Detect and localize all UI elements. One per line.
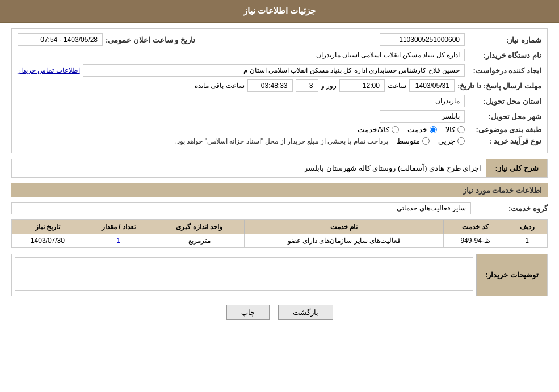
- radio-motavaset-item: متوسط: [397, 137, 430, 145]
- radio-kala[interactable]: [457, 126, 465, 133]
- radio-kala-item: کالا: [445, 125, 465, 134]
- mohlat-label: مهلت ارسال پاسخ: تا تاریخ:: [457, 82, 541, 90]
- col-vahed: واحد اندازه گیری: [154, 220, 245, 234]
- page-wrapper: جزئیات اطلاعات نیاز شماره نیاز: 11030052…: [0, 0, 559, 392]
- col-tedad: تعداد / مقدار: [83, 220, 154, 234]
- cell-tedad: 1: [83, 234, 154, 247]
- col-kod: کد خدمت: [443, 220, 507, 234]
- main-info-section: شماره نیاز: 1103005251000600 تاریخ و ساع…: [11, 28, 548, 153]
- sharh-label: شرح کلی نیاز:: [495, 164, 539, 172]
- tabaghebandi-row: طبقه بندی موضوعی: کالا خدمت کالا/خدمت: [18, 125, 541, 134]
- ostan-row: استان محل تحویل: مازندران: [18, 95, 541, 107]
- radio-khedmat-item: خدمت: [407, 125, 437, 134]
- button-row: بازگشت چاپ: [11, 305, 548, 328]
- mohlat-roz: 3: [296, 79, 318, 92]
- mohlat-time-label: ساعت: [388, 82, 406, 90]
- noefaaryand-row: نوع فرآیند خرید : جزیی متوسط پرداخت تمام…: [18, 137, 541, 145]
- sharh-content: اجرای طرح هادی (آسفالت) روستای کاله شهرس…: [12, 159, 486, 177]
- radio-jozei-label: جزیی: [438, 137, 455, 145]
- noefarayand-label: نوع فرآیند خرید :: [468, 137, 541, 145]
- tarikh-value: 1403/05/28 - 07:54: [18, 33, 103, 46]
- grooh-value: سایر فعالیت‌های خدماتی: [11, 202, 471, 214]
- ettelaat-link[interactable]: اطلاعات تماس خریدار: [18, 66, 80, 74]
- noefarayand-note: پرداخت تمام یا بخشی از مبلغ خریدار از مح…: [175, 137, 388, 145]
- tarikh-label: تاریخ و ساعت اعلان عمومی:: [106, 36, 195, 44]
- cell-nam: فعالیت‌های سایر سازمان‌های دارای عضو: [245, 234, 443, 247]
- ostan-value: مازندران: [380, 95, 465, 107]
- services-table-section: ردیف کد خدمت نام خدمت واحد اندازه گیری ت…: [11, 219, 548, 248]
- tabaghebandi-radio-group: کالا خدمت کالا/خدمت: [358, 125, 465, 134]
- namdastgah-value: اداره کل بنیاد مسکن انقلاب اسلامی استان …: [18, 49, 465, 61]
- services-table: ردیف کد خدمت نام خدمت واحد اندازه گیری ت…: [12, 220, 547, 247]
- sharh-row: شرح کلی نیاز: اجرای طرح هادی (آسفالت) رو…: [12, 159, 547, 177]
- cell-radif: 1: [507, 234, 547, 247]
- radio-khedmat[interactable]: [430, 126, 437, 133]
- main-info-content: شماره نیاز: 1103005251000600 تاریخ و ساع…: [12, 29, 547, 153]
- tozihat-label: توضیحات خریدار:: [485, 271, 539, 279]
- page-title: جزئیات اطلاعات نیاز: [243, 6, 316, 15]
- radio-kala-khedmat[interactable]: [392, 126, 399, 133]
- cell-vahed: مترمربع: [154, 234, 245, 247]
- mohlat-date: 1403/05/31: [409, 79, 455, 92]
- khedmat-section-title: اطلاعات خدمات مورد نیاز: [11, 183, 548, 197]
- radio-kala-khedmat-label: کالا/خدمت: [358, 125, 389, 134]
- namdastgah-row: نام دستگاه خریدار: اداره کل بنیاد مسکن ا…: [18, 49, 541, 61]
- radio-kala-label: کالا: [445, 125, 455, 134]
- tabaghebandi-label: طبقه بندی موضوعی:: [468, 125, 541, 134]
- namdastgah-label: نام دستگاه خریدار:: [468, 51, 541, 60]
- tozihat-content: [12, 254, 476, 296]
- mohlat-row: مهلت ارسال پاسخ: تا تاریخ: 1403/05/31 سا…: [18, 79, 541, 92]
- shomare-niaz-row: شماره نیاز: 1103005251000600 تاریخ و ساع…: [18, 33, 541, 46]
- ostan-label: استان محل تحویل:: [468, 97, 541, 106]
- radio-jozei[interactable]: [457, 137, 465, 145]
- shomare-niaz-label: شماره نیاز:: [468, 36, 541, 44]
- content-area: شماره نیاز: 1103005251000600 تاریخ و ساع…: [0, 23, 559, 340]
- mohlat-baghimande: 03:48:33: [247, 79, 293, 92]
- col-tarikh: تاریخ نیاز: [12, 220, 83, 234]
- radio-kala-khedmat-item: کالا/خدمت: [358, 125, 399, 134]
- print-button[interactable]: چاپ: [226, 305, 270, 320]
- shahr-label: شهر محل تحویل:: [468, 112, 541, 121]
- mohlat-baghimande-label: ساعت باقی مانده: [195, 82, 245, 90]
- radio-motavaset-label: متوسط: [397, 137, 420, 145]
- table-row: 1 ظ-94-949 فعالیت‌های سایر سازمان‌های دا…: [12, 234, 547, 247]
- mohlat-roz-label: روز و: [321, 82, 337, 90]
- col-radif: ردیف: [507, 220, 547, 234]
- tozihat-section: توضیحات خریدار:: [11, 254, 548, 296]
- ijadkonande-value: حسین فلاح کارشناس حسابداری اداره کل بنیا…: [83, 64, 465, 77]
- sharh-value: اجرای طرح هادی (آسفالت) روستای کاله شهرس…: [304, 164, 481, 172]
- radio-motavaset[interactable]: [422, 137, 430, 145]
- grooh-row: گروه خدمت: سایر فعالیت‌های خدماتی: [11, 202, 548, 214]
- mohlat-time: 12:00: [339, 79, 385, 92]
- shahr-row: شهر محل تحویل: بابلسر: [18, 110, 541, 123]
- cell-tarikh: 1403/07/30: [12, 234, 83, 247]
- cell-kod: ظ-94-949: [443, 234, 507, 247]
- shahr-value: بابلسر: [380, 110, 465, 123]
- shomare-niaz-value: 1103005251000600: [380, 33, 465, 46]
- sharh-label-box: شرح کلی نیاز:: [486, 159, 547, 177]
- grooh-label: گروه خدمت:: [474, 204, 548, 213]
- back-button[interactable]: بازگشت: [278, 305, 333, 320]
- ijadkonande-label: ایجاد کننده درخواست:: [468, 66, 541, 75]
- noefarayand-radio-group: جزیی متوسط: [397, 137, 465, 145]
- page-header: جزئیات اطلاعات نیاز: [0, 0, 559, 23]
- tozihat-label-box: توضیحات خریدار:: [476, 254, 547, 296]
- sharh-section: شرح کلی نیاز: اجرای طرح هادی (آسفالت) رو…: [11, 159, 548, 178]
- ijadkonande-row: ایجاد کننده درخواست: حسین فلاح کارشناس ح…: [18, 64, 541, 77]
- radio-khedmat-label: خدمت: [407, 125, 427, 134]
- col-nam: نام خدمت: [245, 220, 443, 234]
- radio-jozei-item: جزیی: [438, 137, 465, 145]
- tozihat-textarea[interactable]: [15, 257, 473, 291]
